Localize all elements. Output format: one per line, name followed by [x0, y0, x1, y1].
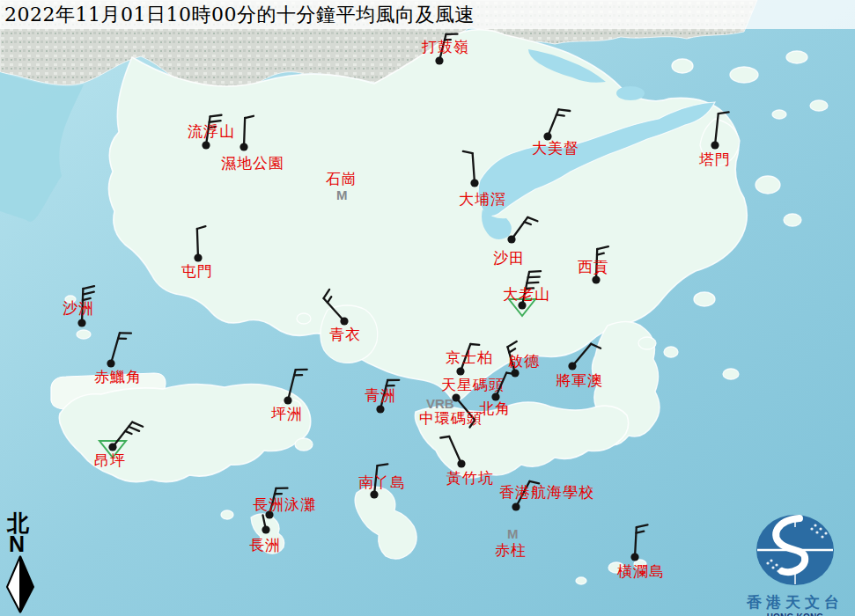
wind-barb-feather	[83, 286, 94, 289]
wind-barb-feather	[377, 464, 387, 466]
station-ngong-ping[interactable]: 昂坪	[94, 422, 143, 469]
title-bar: 2022年11月01日10時00分的十分鐘平均風向及風速	[0, 0, 855, 29]
wind-barb-staff	[548, 109, 558, 136]
wind-barb-feather	[197, 226, 206, 229]
station-green-island[interactable]: 青洲	[365, 380, 399, 414]
station-label[interactable]: 大美督	[532, 139, 579, 157]
station-kings-park[interactable]: 京士柏	[446, 344, 493, 376]
station-dot	[512, 502, 520, 510]
station-dot	[108, 443, 116, 451]
station-label[interactable]: 流浮山	[188, 122, 235, 140]
station-label[interactable]: 西貢	[578, 258, 609, 275]
wind-barb-feather	[440, 436, 449, 438]
station-label[interactable]: 南丫島	[358, 473, 406, 491]
station-label[interactable]: 京士柏	[446, 348, 493, 366]
station-label[interactable]: 青洲	[365, 386, 396, 404]
station-label[interactable]: 昂坪	[94, 451, 126, 469]
wind-barb-feather	[556, 114, 564, 115]
station-label[interactable]: 大埔滘	[459, 190, 506, 208]
station-label[interactable]: 打鼓嶺	[421, 38, 469, 55]
station-label[interactable]: 石崗	[326, 170, 357, 187]
station-label[interactable]: 赤柱	[495, 541, 527, 559]
station-cheung-chau[interactable]: 長洲	[249, 515, 281, 554]
map-title: 2022年11月01日10時00分的十分鐘平均風向及風速	[4, 2, 475, 28]
wind-barb-feather	[470, 344, 479, 345]
wind-barb-feather	[507, 341, 516, 347]
station-label[interactable]: 坪洲	[271, 405, 303, 422]
station-dot	[340, 317, 348, 325]
station-marker-m: M	[336, 187, 348, 202]
wind-barb-feather	[524, 222, 530, 224]
station-dot	[592, 275, 600, 283]
station-waglan-island[interactable]: 橫瀾島	[617, 524, 665, 580]
station-tai-po-kau[interactable]: 大埔滘	[459, 151, 506, 208]
wind-barb-staff	[715, 114, 719, 145]
station-label[interactable]: 天星碼頭	[441, 376, 505, 393]
station-hk-sea-school[interactable]: 香港航海學校	[499, 481, 594, 511]
station-ta-kwu-ling[interactable]: 打鼓嶺	[421, 34, 469, 65]
station-chek-lap-kok[interactable]: 赤鱲角	[94, 333, 142, 385]
station-tseung-kwan-o[interactable]: 將軍澳	[556, 344, 603, 389]
station-dot	[240, 143, 247, 150]
station-stanley[interactable]: M赤柱	[495, 526, 527, 559]
station-dot	[376, 405, 384, 413]
station-wong-chuk-hang[interactable]: 黃竹坑	[440, 436, 494, 487]
station-label[interactable]: 長洲	[249, 536, 281, 554]
station-label[interactable]: 中環碼頭	[419, 409, 483, 427]
wind-barb-feather	[506, 373, 515, 375]
station-tap-mun[interactable]: 塔門	[698, 112, 731, 168]
station-label[interactable]: 橫瀾島	[617, 562, 665, 580]
hko-name-zh: 香港天文台	[738, 592, 852, 612]
station-label[interactable]: 香港航海學校	[499, 483, 594, 501]
wind-barb-staff	[473, 153, 475, 183]
station-marker-m: M	[507, 526, 519, 541]
wind-barb-feather	[125, 431, 131, 434]
hko-logo-icon	[738, 513, 852, 587]
station-label[interactable]: 塔門	[698, 150, 731, 168]
station-peng-chau[interactable]: 坪洲	[271, 370, 307, 422]
station-tai-mei-tuk[interactable]: 大美督	[532, 109, 579, 157]
wind-barb-feather	[328, 297, 331, 303]
station-label[interactable]: 沙田	[493, 249, 525, 267]
station-dot	[262, 525, 269, 533]
station-tuen-mun[interactable]: 屯門	[181, 226, 213, 280]
station-label[interactable]: 青衣	[329, 326, 361, 343]
wind-barb-feather	[245, 116, 254, 118]
station-dot	[284, 396, 291, 404]
wind-barb-feather	[637, 524, 648, 527]
wind-barb-staff	[512, 217, 527, 239]
station-sai-kung[interactable]: 西貢	[578, 246, 609, 284]
station-kai-tak[interactable]: 啟德	[507, 341, 540, 378]
station-cheung-chau-beach[interactable]: 長洲泳灘	[253, 488, 316, 519]
wind-barb-feather	[83, 292, 94, 295]
station-lau-fau-shan[interactable]: 流浮山	[188, 115, 235, 150]
wind-barb-feather	[527, 217, 537, 221]
station-shek-kong[interactable]: M石崗	[326, 170, 357, 202]
station-label[interactable]: 沙洲	[63, 299, 94, 317]
wind-barb-feather	[636, 532, 644, 533]
station-dot	[470, 179, 478, 187]
station-dot	[457, 459, 465, 467]
north-arrow-icon	[4, 554, 39, 614]
station-label[interactable]: 黃竹坑	[446, 469, 494, 487]
station-label[interactable]: 赤鱲角	[94, 368, 142, 385]
station-tates-cairn[interactable]: 大老山	[503, 271, 550, 316]
station-dot	[202, 141, 210, 149]
station-label[interactable]: 長洲泳灘	[253, 495, 316, 513]
station-label[interactable]: 大老山	[503, 285, 550, 303]
station-dot	[711, 141, 719, 149]
wind-barb-staff	[244, 118, 245, 147]
station-lamma-island[interactable]: 南丫島	[358, 464, 406, 498]
wind-barb-staff	[572, 344, 591, 366]
wind-barb-feather	[463, 151, 473, 153]
station-label[interactable]: 將軍澳	[556, 371, 603, 389]
station-label[interactable]: 屯門	[181, 262, 213, 280]
station-central-pier[interactable]: VRB中環碼頭	[419, 396, 483, 427]
station-tsing-yi[interactable]: 青衣	[324, 290, 361, 343]
station-label[interactable]: 濕地公園	[221, 154, 284, 172]
station-label[interactable]: 啟德	[508, 352, 540, 370]
station-sha-chau[interactable]: 沙洲	[63, 286, 94, 327]
hko-name-en: HONG KONG OBSERVATORY	[738, 612, 852, 616]
station-sha-tin[interactable]: 沙田	[493, 217, 537, 267]
station-label[interactable]: 北角	[479, 400, 511, 417]
